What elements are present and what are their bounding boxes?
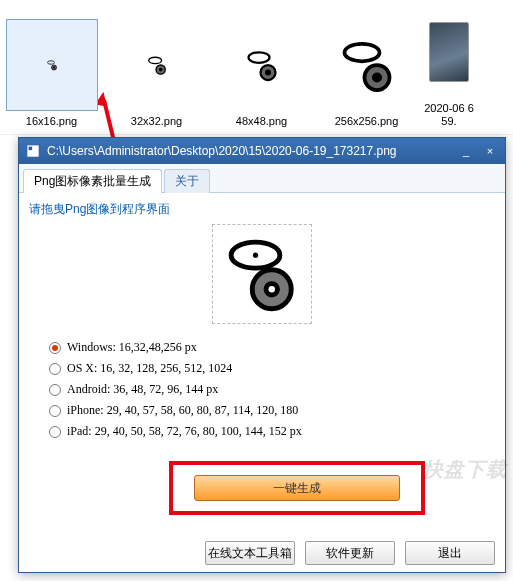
svg-point-2	[53, 67, 55, 69]
file-label: 32x32.png	[131, 115, 182, 128]
close-button[interactable]: ×	[481, 144, 499, 158]
bottom-buttons: 在线文本工具箱 软件更新 退出	[205, 541, 495, 565]
app-window: C:\Users\Administrator\Desktop\2020\15\2…	[18, 137, 506, 573]
image-preview[interactable]	[212, 224, 312, 324]
svg-point-0	[47, 61, 54, 65]
platform-options: Windows: 16,32,48,256 px OS X: 16, 32, 1…	[49, 340, 495, 439]
svg-point-11	[372, 73, 382, 83]
file-photo[interactable]: 2020-06 659.	[424, 6, 474, 128]
radio-icon	[49, 426, 61, 438]
option-label: Windows: 16,32,48,256 px	[67, 340, 197, 355]
svg-point-16	[253, 252, 258, 257]
svg-point-5	[158, 68, 162, 72]
generate-highlight-box: 一键生成	[169, 461, 425, 515]
exit-button[interactable]: 退出	[405, 541, 495, 565]
option-osx[interactable]: OS X: 16, 32, 128, 256, 512, 1024	[49, 361, 495, 376]
option-ipad[interactable]: iPad: 29, 40, 50, 58, 72, 76, 80, 100, 1…	[49, 424, 495, 439]
tab-main[interactable]: Png图标像素批量生成	[23, 169, 162, 193]
photo-thumb-icon	[429, 22, 469, 82]
toolbox-button[interactable]: 在线文本工具箱	[205, 541, 295, 565]
file-16x16[interactable]: 16x16.png	[4, 6, 99, 128]
file-32x32[interactable]: 32x32.png	[109, 6, 204, 128]
file-label: 16x16.png	[26, 115, 77, 128]
radio-icon	[49, 363, 61, 375]
png-thumb-icon	[244, 47, 280, 83]
option-label: iPad: 29, 40, 50, 58, 72, 76, 80, 100, 1…	[67, 424, 302, 439]
window-title: C:\Users\Administrator\Desktop\2020\15\2…	[47, 144, 457, 158]
option-windows[interactable]: Windows: 16,32,48,256 px	[49, 340, 495, 355]
titlebar[interactable]: C:\Users\Administrator\Desktop\2020\15\2…	[19, 138, 505, 164]
minimize-button[interactable]: _	[457, 144, 475, 158]
option-label: Android: 36, 48, 72, 96, 144 px	[67, 382, 218, 397]
preview-image-icon	[223, 234, 301, 315]
file-label: 256x256.png	[335, 115, 399, 128]
png-thumb-icon	[337, 35, 397, 95]
generate-button[interactable]: 一键生成	[194, 475, 400, 501]
svg-point-8	[265, 70, 271, 76]
tabs: Png图标像素批量生成 关于	[19, 164, 505, 193]
svg-point-19	[269, 286, 276, 293]
file-48x48[interactable]: 48x48.png	[214, 6, 309, 128]
png-thumb-icon	[146, 54, 168, 76]
radio-icon	[49, 405, 61, 417]
svg-rect-14	[29, 147, 33, 151]
file-label: 2020-06 659.	[424, 102, 474, 128]
update-button[interactable]: 软件更新	[305, 541, 395, 565]
radio-icon	[49, 342, 61, 354]
window-app-icon	[25, 143, 41, 159]
option-label: iPhone: 29, 40, 57, 58, 60, 80, 87, 114,…	[67, 403, 298, 418]
file-256x256[interactable]: 256x256.png	[319, 6, 414, 128]
option-android[interactable]: Android: 36, 48, 72, 96, 144 px	[49, 382, 495, 397]
svg-point-3	[148, 57, 161, 63]
radio-icon	[49, 384, 61, 396]
svg-point-9	[344, 44, 379, 62]
option-label: OS X: 16, 32, 128, 256, 512, 1024	[67, 361, 232, 376]
desktop-files: 16x16.png 32x32.png 48x48.png 256x256.pn…	[0, 0, 513, 135]
tab-about[interactable]: 关于	[164, 169, 210, 193]
drag-hint: 请拖曳Png图像到程序界面	[29, 201, 495, 218]
watermark: 快盘下载	[423, 456, 507, 483]
main-panel: 请拖曳Png图像到程序界面 Windows: 16,32,48,256 px O…	[19, 193, 505, 573]
svg-point-6	[248, 52, 269, 63]
png-thumb-icon	[46, 59, 58, 71]
file-label: 48x48.png	[236, 115, 287, 128]
option-iphone[interactable]: iPhone: 29, 40, 57, 58, 60, 80, 87, 114,…	[49, 403, 495, 418]
